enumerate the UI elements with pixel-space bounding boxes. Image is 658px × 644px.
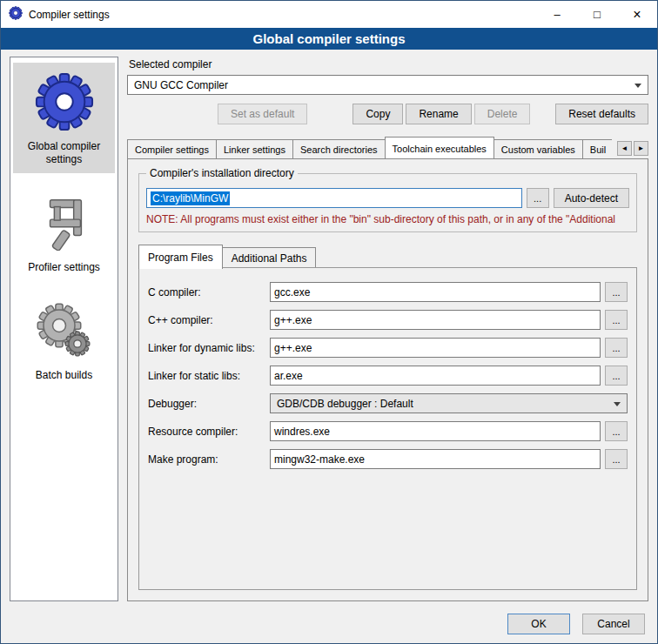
toolchain-executables-panel: Compiler's installation directory C:\ray… — [127, 158, 648, 601]
form-row: Linker for dynamic libs: g++.exe ... — [148, 338, 628, 358]
copy-button[interactable]: Copy — [352, 104, 403, 124]
input-group: gcc.exe ... — [270, 282, 628, 302]
input-group: g++.exe ... — [270, 310, 628, 330]
selected-text: C:\raylib\MinGW — [151, 191, 230, 205]
blue-gear-icon — [32, 70, 97, 134]
dialog-footer: OK Cancel — [1, 607, 657, 643]
selected-compiler-value: GNU GCC Compiler — [134, 79, 228, 91]
program-files-panel: C compiler: gcc.exe ... C++ compiler: — [138, 267, 637, 590]
app-gear-icon — [9, 6, 23, 23]
dialog-header: Global compiler settings — [1, 28, 657, 50]
auto-detect-button[interactable]: Auto-detect — [554, 188, 629, 208]
form-row: C compiler: gcc.exe ... — [148, 282, 628, 302]
dynamic-linker-value: g++.exe — [274, 342, 312, 354]
selected-compiler-select[interactable]: GNU GCC Compiler — [127, 75, 648, 95]
make-program-input[interactable]: mingw32-make.exe — [270, 449, 601, 469]
input-group: mingw32-make.exe ... — [270, 449, 628, 469]
close-icon[interactable]: × — [617, 1, 657, 28]
resource-compiler-input[interactable]: windres.exe — [270, 421, 601, 441]
sidebar-item-batch-builds[interactable]: Batch builds — [13, 292, 115, 389]
dynamic-linker-label: Linker for dynamic libs: — [148, 342, 270, 354]
static-linker-value: ar.exe — [274, 370, 303, 382]
tab-custom-variables[interactable]: Custom variables — [494, 139, 583, 158]
tab-compiler-settings[interactable]: Compiler settings — [127, 139, 217, 158]
input-group: windres.exe ... — [270, 421, 628, 441]
sidebar-item-global-compiler-settings[interactable]: Global compiler settings — [13, 63, 115, 173]
tab-additional-paths[interactable]: Additional Paths — [222, 247, 317, 268]
cpp-compiler-browse-button[interactable]: ... — [605, 310, 628, 330]
installation-directory-groupbox: Compiler's installation directory C:\ray… — [138, 173, 637, 232]
cpp-compiler-label: C++ compiler: — [148, 314, 270, 326]
form-row: Resource compiler: windres.exe ... — [148, 421, 628, 441]
debugger-value: GDB/CDB debugger : Default — [277, 398, 413, 410]
resource-compiler-browse-button[interactable]: ... — [605, 421, 628, 441]
form-row: C++ compiler: g++.exe ... — [148, 310, 628, 330]
cancel-button[interactable]: Cancel — [582, 614, 645, 634]
tab-build-options-truncated[interactable]: Buil — [582, 139, 612, 158]
settings-tabstrip: Compiler settings Linker settings Search… — [127, 137, 648, 158]
sidebar-item-label: Profiler settings — [28, 261, 100, 274]
static-linker-browse-button[interactable]: ... — [605, 366, 628, 386]
input-group: g++.exe ... — [270, 338, 628, 358]
debugger-select[interactable]: GDB/CDB debugger : Default — [270, 393, 628, 413]
window-title: Compiler settings — [29, 9, 110, 21]
category-sidebar: Global compiler settings Profiler set — [10, 57, 118, 601]
sidebar-item-profiler-settings[interactable]: Profiler settings — [13, 184, 115, 281]
delete-button: Delete — [474, 104, 531, 124]
maximize-icon[interactable]: □ — [577, 1, 617, 28]
cpp-compiler-value: g++.exe — [274, 314, 312, 326]
make-program-value: mingw32-make.exe — [274, 453, 365, 466]
titlebar: Compiler settings – □ × — [1, 1, 657, 28]
make-program-browse-button[interactable]: ... — [605, 449, 628, 469]
rename-button[interactable]: Rename — [406, 104, 471, 124]
input-group: ar.exe ... — [270, 366, 628, 386]
form-row: Linker for static libs: ar.exe ... — [148, 366, 628, 386]
c-compiler-input[interactable]: gcc.exe — [270, 282, 601, 302]
tab-toolchain-executables[interactable]: Toolchain executables — [385, 137, 494, 158]
tab-search-directories[interactable]: Search directories — [292, 139, 386, 158]
chevron-down-icon — [634, 84, 641, 88]
sidebar-item-label: Batch builds — [36, 369, 92, 382]
c-compiler-browse-button[interactable]: ... — [605, 282, 628, 302]
installation-directory-row: C:\raylib\MinGW ... Auto-detect — [146, 188, 629, 208]
dynamic-linker-input[interactable]: g++.exe — [270, 338, 601, 358]
dynamic-linker-browse-button[interactable]: ... — [605, 338, 628, 358]
bin-subdirectory-note: NOTE: All programs must exist either in … — [146, 213, 629, 225]
installation-directory-input[interactable]: C:\raylib\MinGW — [146, 188, 522, 208]
tab-scroll-left-icon[interactable]: ◄ — [617, 141, 632, 156]
dialog-body: Global compiler settings Profiler set — [1, 50, 657, 607]
window-controls: – □ × — [537, 1, 657, 28]
compiler-actions-row: Set as default Copy Rename Delete Reset … — [127, 104, 648, 124]
sidebar-item-label: Global compiler settings — [15, 140, 113, 166]
tab-linker-settings[interactable]: Linker settings — [216, 139, 293, 158]
resource-compiler-value: windres.exe — [274, 426, 330, 438]
installation-directory-group-label: Compiler's installation directory — [146, 167, 298, 179]
clamp-tool-icon — [32, 191, 97, 255]
tabs-scroller: Compiler settings Linker settings Search… — [127, 137, 612, 158]
cpp-compiler-input[interactable]: g++.exe — [270, 310, 601, 330]
ok-button[interactable]: OK — [507, 614, 570, 634]
static-linker-label: Linker for static libs: — [148, 370, 270, 382]
compiler-settings-window: Compiler settings – □ × Global compiler … — [0, 0, 658, 644]
minimize-icon[interactable]: – — [537, 1, 577, 28]
form-row: Debugger: GDB/CDB debugger : Default — [148, 393, 628, 413]
input-group: GDB/CDB debugger : Default — [270, 393, 628, 413]
installation-directory-browse-button[interactable]: ... — [527, 188, 549, 208]
c-compiler-value: gcc.exe — [274, 286, 310, 299]
tab-scroll-arrows: ◄ ► — [617, 141, 648, 158]
debugger-label: Debugger: — [148, 398, 270, 410]
tab-program-files[interactable]: Program Files — [138, 245, 223, 269]
static-linker-input[interactable]: ar.exe — [270, 366, 601, 386]
main-settings-area: Selected compiler GNU GCC Compiler Set a… — [127, 57, 648, 601]
gray-gear-icon — [32, 299, 97, 363]
program-files-tabstrip: Program Files Additional Paths — [138, 245, 637, 268]
resource-compiler-label: Resource compiler: — [148, 426, 270, 438]
reset-defaults-button[interactable]: Reset defaults — [555, 104, 648, 124]
chevron-down-icon — [614, 402, 621, 406]
tab-scroll-right-icon[interactable]: ► — [634, 141, 648, 156]
form-row: Make program: mingw32-make.exe ... — [148, 449, 628, 469]
selected-compiler-label: Selected compiler — [129, 58, 648, 70]
set-as-default-button: Set as default — [218, 104, 307, 124]
make-program-label: Make program: — [148, 453, 270, 466]
c-compiler-label: C compiler: — [148, 286, 270, 299]
